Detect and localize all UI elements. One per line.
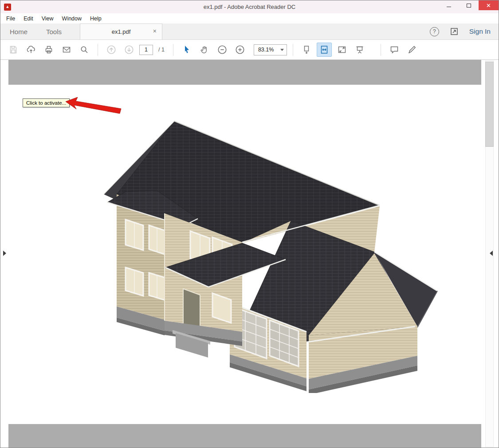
search-button[interactable] [77,43,92,57]
window-title: ex1.pdf - Adobe Acrobat Reader DC [0,4,499,10]
tabbar: Home Tools ex1.pdf × ? Sign In [0,24,499,40]
close-icon: ✕ [486,2,491,9]
toolbar-separator [293,44,293,56]
sign-in-button[interactable]: Sign In [469,28,491,35]
comment-icon [389,45,399,55]
toolbar-separator [98,44,98,56]
document-viewport: Click to activate... [8,60,481,448]
house-rendering [99,109,441,393]
menu-item-help[interactable]: Help [90,16,102,22]
red-arrow-annotation [64,97,123,116]
window-mode-icon[interactable] [450,27,459,36]
titlebar: ▲ ex1.pdf - Adobe Acrobat Reader DC ✕ [0,0,499,13]
fit-page-button[interactable] [317,43,332,57]
select-tool-icon [182,45,192,55]
comment-button[interactable] [387,43,402,57]
presentation-icon [355,45,365,55]
print-icon [44,45,54,55]
next-page-button[interactable] [122,43,137,57]
zoom-level-value: 83.1% [254,47,278,53]
menu-item-window[interactable]: Window [62,16,82,22]
select-tool-button[interactable] [179,43,194,57]
cloud-upload-icon [26,45,36,55]
cloud-upload-button[interactable] [24,43,39,57]
tab-tools[interactable]: Tools [37,24,71,39]
minimize-icon [447,7,451,8]
hand-tool-button[interactable] [197,43,212,57]
scroll-mode-button[interactable] [299,43,314,57]
acrobat-window: ▲ ex1.pdf - Adobe Acrobat Reader DC ✕ Fi… [0,0,499,448]
zoom-in-button[interactable] [232,43,248,57]
scroll-mode-icon [302,45,311,55]
highlight-icon [407,45,417,55]
menu-item-edit[interactable]: Edit [24,16,33,22]
left-panel-rail [0,60,8,448]
tab-home[interactable]: Home [0,24,37,39]
maximize-button[interactable] [459,0,479,10]
toolbar-separator [173,44,173,56]
fullscreen-button[interactable] [334,43,350,57]
click-to-activate-button[interactable]: Click to activate... [23,98,70,107]
fullscreen-icon [337,45,347,55]
page-down-icon [124,44,134,55]
presentation-button[interactable] [352,43,367,57]
search-icon [79,45,89,55]
tabbar-right: ? Sign In [430,24,499,39]
tab-document[interactable]: ex1.pdf × [80,24,162,39]
email-icon [62,45,71,55]
maximize-icon [467,4,471,8]
save-icon [8,45,18,55]
hand-tool-icon [200,45,209,55]
toolbar-separator [381,44,381,56]
right-panel-rail [481,60,499,448]
zoom-level-dropdown[interactable]: 83.1% [254,44,287,55]
tab-close-icon[interactable]: × [153,28,157,34]
toolbar: / 1 83.1% [0,40,499,60]
save-button[interactable] [6,43,21,57]
help-icon[interactable]: ? [430,27,439,36]
menu-item-view[interactable]: View [42,16,54,22]
zoom-out-button[interactable] [215,43,230,57]
email-button[interactable] [59,43,74,57]
document-tab-label: ex1.pdf [112,28,131,35]
menubar: File Edit View Window Help [0,13,499,24]
zoom-caret [278,49,287,51]
previous-page-button[interactable] [104,43,119,57]
document-area: Click to activate... [0,60,499,448]
close-button[interactable]: ✕ [479,0,499,10]
scrollbar-thumb[interactable] [485,62,494,147]
page-count-label: / 1 [158,47,165,53]
window-controls: ✕ [439,0,499,10]
fit-page-icon [319,45,329,55]
right-panel-expand-icon[interactable] [490,251,493,256]
pdf-page: Click to activate... [8,85,481,424]
page-up-icon [106,44,117,55]
print-button[interactable] [41,43,56,57]
acrobat-icon: ▲ [4,4,11,11]
highlight-button[interactable] [405,43,420,57]
menu-item-file[interactable]: File [6,16,15,22]
minimize-button[interactable] [439,0,459,10]
zoom-out-icon [217,44,228,55]
page-number-input[interactable] [139,45,153,55]
chevron-down-icon [280,49,284,51]
zoom-in-icon [235,44,245,55]
left-panel-expand-icon[interactable] [3,251,6,256]
